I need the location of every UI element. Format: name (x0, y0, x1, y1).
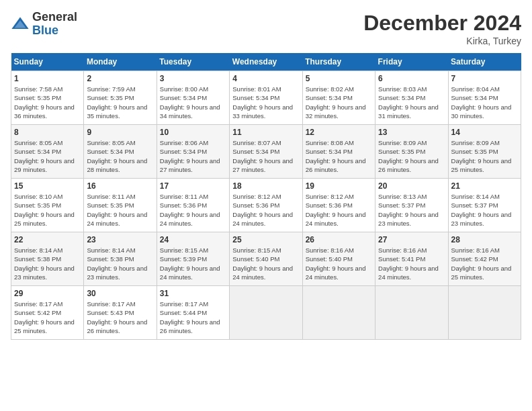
calendar-cell: 28Sunrise: 8:16 AMSunset: 5:42 PMDayligh… (448, 232, 521, 286)
day-number: 11 (232, 128, 299, 137)
day-info: Sunrise: 8:11 AMSunset: 5:36 PMDaylight:… (160, 193, 220, 227)
day-number: 28 (451, 235, 518, 244)
day-info: Sunrise: 8:03 AMSunset: 5:34 PMDaylight:… (378, 85, 439, 120)
day-info: Sunrise: 8:11 AMSunset: 5:35 PMDaylight:… (87, 193, 147, 227)
weekday-header: Wednesday (230, 53, 302, 71)
day-info: Sunrise: 8:06 AMSunset: 5:34 PMDaylight:… (160, 139, 220, 173)
day-info: Sunrise: 7:58 AMSunset: 5:35 PMDaylight:… (14, 85, 75, 120)
page-header: General Blue December 2024 Kirka, Turkey (11, 11, 521, 46)
calendar-week-row: 15Sunrise: 8:10 AMSunset: 5:35 PMDayligh… (11, 179, 521, 232)
day-info: Sunrise: 8:14 AMSunset: 5:37 PMDaylight:… (451, 193, 512, 227)
calendar-cell: 14Sunrise: 8:09 AMSunset: 5:35 PMDayligh… (448, 125, 521, 179)
calendar-table: SundayMondayTuesdayWednesdayThursdayFrid… (11, 53, 521, 340)
calendar-cell: 25Sunrise: 8:15 AMSunset: 5:40 PMDayligh… (230, 232, 302, 286)
calendar-cell: 24Sunrise: 8:15 AMSunset: 5:39 PMDayligh… (157, 232, 229, 286)
calendar-cell: 22Sunrise: 8:14 AMSunset: 5:38 PMDayligh… (11, 232, 84, 286)
calendar-cell (375, 286, 448, 340)
calendar-cell: 12Sunrise: 8:08 AMSunset: 5:34 PMDayligh… (302, 125, 375, 179)
day-number: 23 (87, 235, 153, 244)
day-number: 15 (14, 181, 81, 191)
day-number: 5 (306, 74, 372, 83)
calendar-cell: 10Sunrise: 8:06 AMSunset: 5:34 PMDayligh… (157, 125, 229, 179)
day-info: Sunrise: 8:04 AMSunset: 5:34 PMDaylight:… (451, 85, 512, 120)
day-info: Sunrise: 7:59 AMSunset: 5:35 PMDaylight:… (87, 85, 147, 120)
calendar-header-row: SundayMondayTuesdayWednesdayThursdayFrid… (11, 53, 521, 71)
day-info: Sunrise: 8:12 AMSunset: 5:36 PMDaylight:… (232, 193, 293, 227)
calendar-cell (302, 286, 375, 340)
day-info: Sunrise: 8:13 AMSunset: 5:37 PMDaylight:… (378, 193, 439, 227)
calendar-cell: 9Sunrise: 8:05 AMSunset: 5:34 PMDaylight… (84, 125, 157, 179)
day-number: 16 (87, 181, 153, 191)
day-info: Sunrise: 8:07 AMSunset: 5:34 PMDaylight:… (232, 139, 293, 173)
month-title: December 2024 (363, 11, 521, 36)
day-info: Sunrise: 8:15 AMSunset: 5:39 PMDaylight:… (160, 246, 220, 281)
day-number: 13 (378, 128, 445, 137)
day-number: 14 (451, 128, 518, 137)
day-number: 4 (232, 74, 299, 83)
calendar-cell: 16Sunrise: 8:11 AMSunset: 5:35 PMDayligh… (84, 179, 157, 232)
day-number: 6 (378, 74, 445, 83)
day-number: 18 (232, 181, 299, 191)
day-info: Sunrise: 8:14 AMSunset: 5:38 PMDaylight:… (87, 246, 147, 281)
day-number: 17 (160, 181, 226, 191)
day-number: 7 (451, 74, 518, 83)
day-number: 22 (14, 235, 81, 244)
day-info: Sunrise: 8:16 AMSunset: 5:41 PMDaylight:… (378, 246, 439, 281)
calendar-cell: 20Sunrise: 8:13 AMSunset: 5:37 PMDayligh… (375, 179, 448, 232)
calendar-week-row: 22Sunrise: 8:14 AMSunset: 5:38 PMDayligh… (11, 232, 521, 286)
calendar-cell: 4Sunrise: 8:01 AMSunset: 5:34 PMDaylight… (230, 71, 302, 125)
calendar-week-row: 1Sunrise: 7:58 AMSunset: 5:35 PMDaylight… (11, 71, 521, 125)
day-number: 24 (160, 235, 226, 244)
day-number: 21 (451, 181, 518, 191)
calendar-week-row: 29Sunrise: 8:17 AMSunset: 5:42 PMDayligh… (11, 286, 521, 340)
calendar-cell: 21Sunrise: 8:14 AMSunset: 5:37 PMDayligh… (448, 179, 521, 232)
calendar-week-row: 8Sunrise: 8:05 AMSunset: 5:34 PMDaylight… (11, 125, 521, 179)
day-number: 31 (160, 289, 226, 298)
logo: General Blue (11, 11, 77, 38)
calendar-cell: 15Sunrise: 8:10 AMSunset: 5:35 PMDayligh… (11, 179, 84, 232)
calendar-cell: 17Sunrise: 8:11 AMSunset: 5:36 PMDayligh… (157, 179, 229, 232)
day-number: 25 (232, 235, 299, 244)
calendar-cell: 13Sunrise: 8:09 AMSunset: 5:35 PMDayligh… (375, 125, 448, 179)
calendar-cell: 31Sunrise: 8:17 AMSunset: 5:44 PMDayligh… (157, 286, 229, 340)
calendar-cell: 8Sunrise: 8:05 AMSunset: 5:34 PMDaylight… (11, 125, 84, 179)
calendar-cell: 26Sunrise: 8:16 AMSunset: 5:40 PMDayligh… (302, 232, 375, 286)
day-number: 1 (14, 74, 81, 83)
calendar-cell: 6Sunrise: 8:03 AMSunset: 5:34 PMDaylight… (375, 71, 448, 125)
day-number: 10 (160, 128, 226, 137)
calendar-cell: 5Sunrise: 8:02 AMSunset: 5:34 PMDaylight… (302, 71, 375, 125)
day-number: 3 (160, 74, 226, 83)
day-info: Sunrise: 8:17 AMSunset: 5:44 PMDaylight:… (160, 300, 220, 334)
calendar-cell: 19Sunrise: 8:12 AMSunset: 5:36 PMDayligh… (302, 179, 375, 232)
day-number: 8 (14, 128, 81, 137)
day-info: Sunrise: 8:05 AMSunset: 5:34 PMDaylight:… (87, 139, 147, 173)
day-info: Sunrise: 8:15 AMSunset: 5:40 PMDaylight:… (232, 246, 293, 281)
calendar-cell: 30Sunrise: 8:17 AMSunset: 5:43 PMDayligh… (84, 286, 157, 340)
day-number: 27 (378, 235, 445, 244)
day-info: Sunrise: 8:00 AMSunset: 5:34 PMDaylight:… (160, 85, 220, 120)
day-info: Sunrise: 8:16 AMSunset: 5:42 PMDaylight:… (451, 246, 512, 281)
calendar-body: 1Sunrise: 7:58 AMSunset: 5:35 PMDaylight… (11, 71, 521, 340)
day-number: 12 (306, 128, 372, 137)
calendar-cell: 2Sunrise: 7:59 AMSunset: 5:35 PMDaylight… (84, 71, 157, 125)
day-number: 26 (306, 235, 372, 244)
day-info: Sunrise: 8:05 AMSunset: 5:34 PMDaylight:… (14, 139, 75, 173)
calendar-cell: 27Sunrise: 8:16 AMSunset: 5:41 PMDayligh… (375, 232, 448, 286)
calendar-cell: 23Sunrise: 8:14 AMSunset: 5:38 PMDayligh… (84, 232, 157, 286)
day-info: Sunrise: 8:17 AMSunset: 5:42 PMDaylight:… (14, 300, 75, 334)
weekday-header: Saturday (448, 53, 521, 71)
calendar-cell (230, 286, 302, 340)
day-info: Sunrise: 8:09 AMSunset: 5:35 PMDaylight:… (451, 139, 512, 173)
title-block: December 2024 Kirka, Turkey (363, 11, 521, 46)
day-number: 2 (87, 74, 153, 83)
calendar-cell: 7Sunrise: 8:04 AMSunset: 5:34 PMDaylight… (448, 71, 521, 125)
day-number: 19 (306, 181, 372, 191)
location: Kirka, Turkey (363, 36, 521, 46)
calendar-cell: 29Sunrise: 8:17 AMSunset: 5:42 PMDayligh… (11, 286, 84, 340)
day-number: 29 (14, 289, 81, 298)
calendar-cell: 1Sunrise: 7:58 AMSunset: 5:35 PMDaylight… (11, 71, 84, 125)
weekday-header: Thursday (302, 53, 375, 71)
day-number: 30 (87, 289, 153, 298)
weekday-header: Monday (84, 53, 157, 71)
day-number: 20 (378, 181, 445, 191)
